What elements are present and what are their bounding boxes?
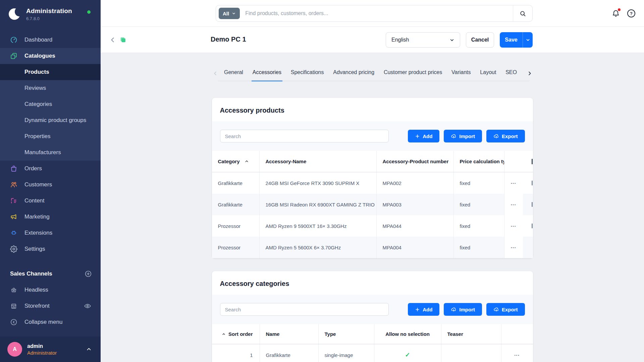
- sidebar-item-label: Storefront: [24, 303, 50, 309]
- cloud-upload-icon: [493, 307, 499, 312]
- sidebar-item-headless[interactable]: Headless: [0, 282, 101, 298]
- context-menu-button[interactable]: ···: [511, 202, 516, 207]
- sidebar-item-categories[interactable]: Categories: [0, 96, 101, 112]
- main-area: All ?: [101, 0, 644, 362]
- add-button[interactable]: Add: [408, 130, 439, 142]
- notifications-button[interactable]: [612, 9, 620, 17]
- shopping-bag-icon: [10, 165, 17, 172]
- sidebar-item-label: Manufacturers: [24, 149, 61, 156]
- tab-general[interactable]: General: [223, 69, 244, 81]
- sidebar-item-products[interactable]: Products: [0, 64, 101, 80]
- add-button[interactable]: Add: [408, 303, 439, 316]
- table-row[interactable]: Grafikkarte 24GB MSI GeForce RTX 3090 SU…: [212, 172, 533, 194]
- search-submit-button[interactable]: [513, 5, 532, 21]
- sidebar-item-label: Marketing: [24, 214, 50, 220]
- tab-layout[interactable]: Layout: [479, 69, 497, 81]
- context-menu-button[interactable]: ···: [511, 181, 516, 185]
- context-menu-button[interactable]: ···: [511, 224, 516, 228]
- column-header-sort-order[interactable]: Sort order: [212, 324, 260, 344]
- column-header-price-type[interactable]: Price calculation type: [454, 151, 504, 172]
- help-button[interactable]: ?: [627, 9, 635, 17]
- column-header-name[interactable]: Name: [260, 324, 319, 344]
- users-icon: [10, 181, 17, 188]
- import-button[interactable]: Import: [444, 130, 482, 142]
- tab-variants[interactable]: Variants: [450, 69, 472, 81]
- table-row[interactable]: Grafikkarte 16GB MSI Radeon RX 6900XT GA…: [212, 194, 533, 215]
- help-icon: ?: [630, 11, 633, 16]
- cell-name: 24GB MSI GeForce RTX 3090 SUPRIM X: [260, 172, 377, 194]
- tabs-scroll-right-button[interactable]: [527, 70, 533, 76]
- sidebar-item-content[interactable]: Content: [0, 193, 101, 209]
- language-select[interactable]: English: [386, 32, 460, 48]
- back-button[interactable]: [109, 36, 117, 44]
- tabsbar: General Accessories Specifications Advan…: [101, 53, 644, 81]
- collapse-menu-button[interactable]: Collapse menu: [0, 314, 101, 330]
- plus-icon: [415, 134, 420, 139]
- cloud-upload-icon: [493, 133, 499, 139]
- global-search-input[interactable]: [240, 10, 513, 16]
- cell-price-type: fixed: [454, 172, 504, 194]
- eye-icon[interactable]: [84, 302, 91, 310]
- table-row[interactable]: Prozessor AMD Ryzen 5 5600X 6× 3.70GHz M…: [212, 237, 533, 258]
- sidebar-item-orders[interactable]: Orders: [0, 161, 101, 177]
- chevron-down-icon: [232, 11, 236, 15]
- add-sales-channel-button[interactable]: [85, 270, 92, 278]
- sidebar-item-storefront[interactable]: Storefront: [0, 298, 101, 314]
- column-header-accessory-name[interactable]: Accessory-Name: [260, 151, 377, 172]
- export-button[interactable]: Export: [486, 303, 525, 316]
- cloud-upload-icon: [451, 133, 457, 139]
- accessory-products-search-input[interactable]: [220, 130, 389, 142]
- table-row[interactable]: 1 Grafikkarte single-image ✓ ···: [212, 344, 533, 362]
- sidebar-item-catalogues[interactable]: Catalogues: [0, 48, 101, 64]
- sidebar-item-marketing[interactable]: Marketing: [0, 209, 101, 225]
- tab-advanced-pricing[interactable]: Advanced pricing: [332, 69, 375, 81]
- cell-name: AMD Ryzen 5 5600X 6× 3.70GHz: [260, 237, 377, 258]
- save-button[interactable]: Save: [500, 32, 523, 48]
- sidebar-item-dashboard[interactable]: Dashboard: [0, 32, 101, 48]
- catalogues-icon: [10, 52, 17, 60]
- sidebar-item-properties[interactable]: Properties: [0, 128, 101, 144]
- sidebar: Administration 6.7.8.0 Dashboard: [0, 0, 101, 362]
- gauge-icon: [10, 36, 17, 44]
- table-row[interactable]: Prozessor AMD Ryzen 9 5900XT 16× 3.30GHz…: [212, 215, 533, 237]
- tabs-scroll-left-button[interactable]: [212, 70, 218, 76]
- context-menu-button[interactable]: ···: [511, 245, 516, 250]
- import-button[interactable]: Import: [444, 303, 482, 316]
- sidebar-item-label: Customers: [24, 181, 52, 188]
- cell-price-type: fixed: [454, 194, 504, 215]
- cell-number: MPA002: [377, 172, 454, 194]
- sidebar-item-label: Headless: [24, 287, 48, 293]
- save-options-button[interactable]: [523, 32, 533, 48]
- context-menu-button[interactable]: ···: [515, 353, 520, 357]
- sidebar-item-label: Products: [24, 69, 49, 75]
- export-button[interactable]: Export: [486, 130, 525, 142]
- column-header-category[interactable]: Category: [212, 151, 260, 172]
- user-menu[interactable]: A admin Administrator: [0, 337, 101, 362]
- sidebar-item-dynamic-product-groups[interactable]: Dynamic product groups: [0, 112, 101, 128]
- sidebar-item-extensions[interactable]: Extensions: [0, 225, 101, 241]
- sidebar-item-reviews[interactable]: Reviews: [0, 80, 101, 96]
- search-scope-dropdown[interactable]: All: [219, 8, 240, 19]
- accessory-products-card: Accessory products Add Import Export: [212, 98, 533, 258]
- sidebar-item-settings[interactable]: Settings: [0, 241, 101, 257]
- tab-customer-product-prices[interactable]: Customer product prices: [383, 69, 443, 81]
- tab-specifications[interactable]: Specifications: [290, 69, 325, 81]
- tab-accessories[interactable]: Accessories: [252, 69, 282, 81]
- sidebar-item-label: Catalogues: [24, 53, 55, 59]
- sidebar-item-manufacturers[interactable]: Manufacturers: [0, 144, 101, 161]
- column-header-actions: [501, 324, 533, 344]
- card-title: Accessory products: [220, 107, 525, 114]
- column-header-product-number[interactable]: Accessory-Product number: [377, 151, 454, 172]
- page-title: Demo PC 1: [211, 36, 246, 43]
- sidebar-item-customers[interactable]: Customers: [0, 177, 101, 193]
- column-header-teaser[interactable]: Teaser: [441, 324, 501, 344]
- sidebar-item-label: Dashboard: [24, 37, 52, 43]
- column-header-allow-no-selection[interactable]: Allow no selection: [374, 324, 441, 344]
- column-header-actions: [504, 151, 523, 172]
- column-header-type[interactable]: Type: [319, 324, 374, 344]
- duplicate-button[interactable]: [119, 36, 126, 43]
- accessory-categories-search-input[interactable]: [220, 303, 389, 316]
- cell-name: 16GB MSI Radeon RX 6900XT GAMING Z TRIO: [260, 194, 377, 215]
- cancel-button[interactable]: Cancel: [466, 32, 494, 48]
- tab-seo[interactable]: SEO: [504, 69, 518, 81]
